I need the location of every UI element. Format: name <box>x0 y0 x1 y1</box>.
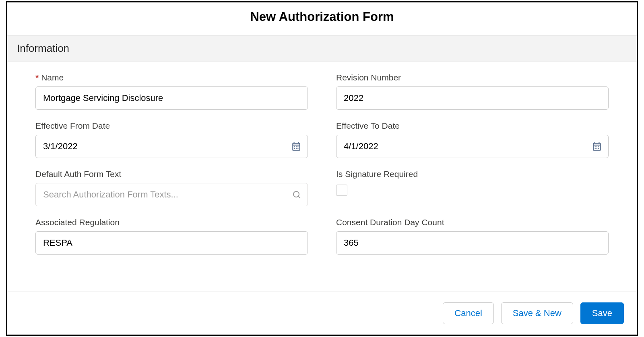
label-associated-regulation: Associated Regulation <box>35 218 308 227</box>
field-associated-regulation: Associated Regulation <box>35 218 308 255</box>
calendar-icon[interactable] <box>592 141 602 152</box>
form-body: * Name Revision Number Effective From Da… <box>7 62 637 292</box>
modal-footer: Cancel Save & New Save <box>7 292 637 335</box>
field-revision-number: Revision Number <box>336 73 609 110</box>
search-icon[interactable] <box>292 190 301 199</box>
field-name: * Name <box>35 73 308 110</box>
effective-from-date-input[interactable] <box>35 135 308 158</box>
section-header-information: Information <box>7 35 637 62</box>
consent-duration-day-count-input[interactable] <box>336 231 609 255</box>
default-auth-form-text-lookup[interactable] <box>35 183 308 206</box>
label-name-text: Name <box>41 73 64 82</box>
is-signature-required-checkbox[interactable] <box>336 185 347 196</box>
calendar-icon[interactable] <box>291 141 301 152</box>
label-is-signature-required: Is Signature Required <box>336 169 609 179</box>
required-indicator: * <box>35 73 39 82</box>
new-authorization-form-modal: New Authorization Form Information * Nam… <box>6 1 638 336</box>
form-grid: * Name Revision Number Effective From Da… <box>35 73 609 255</box>
label-revision-number: Revision Number <box>336 73 609 82</box>
save-button[interactable]: Save <box>580 302 624 324</box>
field-effective-to-date: Effective To Date <box>336 121 609 158</box>
field-default-auth-form-text: Default Auth Form Text <box>35 169 308 206</box>
svg-line-1 <box>298 196 300 198</box>
label-name: * Name <box>35 73 308 82</box>
field-consent-duration-day-count: Consent Duration Day Count <box>336 218 609 255</box>
cancel-button[interactable]: Cancel <box>443 302 493 324</box>
modal-title: New Authorization Form <box>7 2 637 35</box>
label-effective-to-date: Effective To Date <box>336 121 609 131</box>
label-effective-from-date: Effective From Date <box>35 121 308 131</box>
effective-to-date-input[interactable] <box>336 135 609 158</box>
name-input[interactable] <box>35 86 308 110</box>
field-effective-from-date: Effective From Date <box>35 121 308 158</box>
revision-number-input[interactable] <box>336 86 609 110</box>
label-consent-duration-day-count: Consent Duration Day Count <box>336 218 609 227</box>
svg-point-0 <box>293 191 299 197</box>
associated-regulation-input[interactable] <box>35 231 308 255</box>
save-new-button[interactable]: Save & New <box>501 302 573 324</box>
field-is-signature-required: Is Signature Required <box>336 169 609 206</box>
label-default-auth-form-text: Default Auth Form Text <box>35 169 308 179</box>
